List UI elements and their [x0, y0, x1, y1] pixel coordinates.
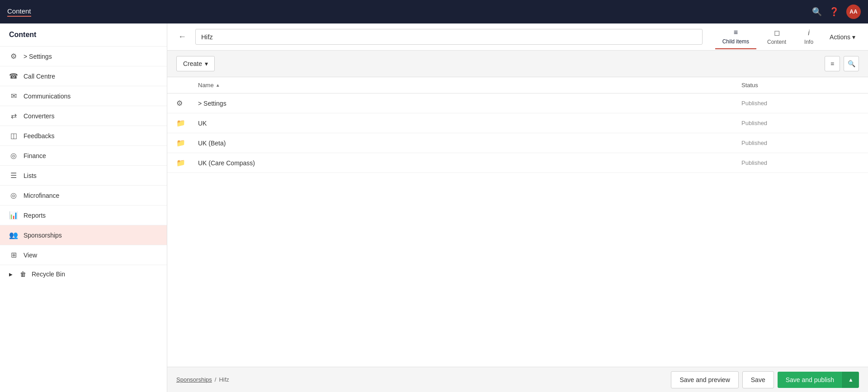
sidebar-item-label: Sponsorships [24, 232, 62, 239]
actions-label: Actions [830, 33, 850, 41]
row-status: Published [741, 120, 832, 126]
content-area: ← ≡ Child items ◻ Content i Info Actions… [167, 23, 868, 392]
row-status: Published [741, 100, 832, 107]
sidebar-item-microfinance[interactable]: ◎ Microfinance [0, 186, 167, 205]
sort-asc-icon: ▲ [216, 83, 220, 88]
sidebar-item-feedbacks[interactable]: ◫ Feedbacks [0, 126, 167, 146]
tab-label: Child items [722, 38, 749, 45]
list-view-icon: ≡ [830, 60, 834, 67]
actions-button[interactable]: Actions ▾ [824, 30, 861, 44]
finance-icon: ◎ [9, 151, 18, 160]
avatar[interactable]: AA [846, 5, 861, 19]
row-folder-icon: 📁 [176, 139, 198, 147]
toolbar: Create ▾ ≡ 🔍 [167, 51, 868, 77]
view-icon: ⊞ [9, 251, 18, 259]
table-row[interactable]: 📁 UK (Beta) Published [167, 133, 868, 153]
sidebar: Content ⚙ > Settings ☎ Call Centre ✉ Com… [0, 23, 167, 392]
search-icon: 🔍 [848, 60, 855, 67]
sidebar-item-reports[interactable]: 📊 Reports [0, 205, 167, 225]
header-actions-col [832, 82, 859, 89]
tab-label: Content [767, 39, 786, 45]
table-header: Name ▲ Status [167, 77, 868, 93]
toolbar-right: ≡ 🔍 [825, 56, 859, 71]
row-name: UK (Care Compass) [198, 159, 741, 167]
sidebar-item-label: Feedbacks [24, 132, 54, 140]
lists-icon: ☰ [9, 171, 18, 180]
save-button[interactable]: Save [742, 371, 774, 388]
child-items-tab-icon: ≡ [734, 28, 738, 37]
recycle-bin-icon: 🗑 [20, 271, 26, 278]
header-icon-col [176, 82, 198, 89]
row-folder-icon: 📁 [176, 119, 198, 127]
sidebar-item-label: Finance [24, 152, 46, 159]
save-preview-button[interactable]: Save and preview [671, 371, 738, 388]
table-area: Name ▲ Status ⚙ > Settings Published 📁 U… [167, 77, 868, 367]
table-row[interactable]: 📁 UK Published [167, 113, 868, 133]
sidebar-item-communications[interactable]: ✉ Communications [0, 86, 167, 106]
sidebar-item-label: Call Centre [24, 73, 55, 80]
create-button[interactable]: Create ▾ [176, 56, 215, 71]
header-name-col[interactable]: Name ▲ [198, 82, 741, 89]
create-label: Create [183, 60, 202, 67]
settings-icon: ⚙ [9, 52, 18, 61]
sidebar-item-converters[interactable]: ⇄ Converters [0, 106, 167, 126]
title-input[interactable] [195, 29, 703, 45]
expand-arrow-icon: ▶ [9, 272, 13, 277]
sidebar-item-label: > Settings [24, 53, 52, 60]
info-tab-icon: i [808, 29, 810, 37]
header-status-col: Status [741, 82, 832, 89]
create-chevron-icon: ▾ [205, 60, 208, 67]
microfinance-icon: ◎ [9, 191, 18, 200]
table-row[interactable]: ⚙ > Settings Published [167, 93, 868, 113]
row-name: UK [198, 120, 741, 127]
sidebar-item-view[interactable]: ⊞ View [0, 245, 167, 265]
actions-chevron-icon: ▾ [852, 33, 855, 41]
table-row[interactable]: 📁 UK (Care Compass) Published [167, 153, 868, 173]
publish-dropdown-button[interactable]: ▲ [842, 372, 859, 388]
row-name: UK (Beta) [198, 140, 741, 147]
tab-info[interactable]: i Info [797, 25, 821, 49]
back-button[interactable]: ← [175, 30, 190, 43]
list-view-button[interactable]: ≡ [825, 56, 840, 71]
feedbacks-icon: ◫ [9, 131, 18, 140]
sidebar-item-label: Lists [24, 172, 37, 179]
row-name: > Settings [198, 100, 741, 107]
row-status: Published [741, 140, 832, 146]
sidebar-item-label: Communications [24, 93, 71, 100]
tab-label: Info [804, 39, 813, 45]
top-nav-right: 🔍 ❓ AA [812, 5, 861, 19]
sidebar-item-label: Microfinance [24, 192, 59, 199]
sidebar-item-label: Recycle Bin [32, 271, 65, 278]
search-button[interactable]: 🔍 [844, 56, 859, 71]
tab-content[interactable]: ◻ Content [760, 25, 793, 49]
footer-actions: Save and preview Save Save and publish ▲ [671, 371, 859, 388]
call-centre-icon: ☎ [9, 72, 18, 80]
help-icon[interactable]: ❓ [829, 7, 839, 17]
save-publish-button[interactable]: Save and publish [778, 372, 842, 388]
sidebar-item-recycle-bin[interactable]: ▶ 🗑 Recycle Bin [0, 265, 167, 283]
sidebar-item-label: Converters [24, 112, 54, 120]
sidebar-item-call-centre[interactable]: ☎ Call Centre [0, 66, 167, 86]
row-status: Published [741, 159, 832, 166]
sidebar-item-settings[interactable]: ⚙ > Settings [0, 47, 167, 66]
breadcrumb: Sponsorships / Hifz [176, 376, 229, 383]
app-title: Content [7, 7, 31, 17]
search-icon[interactable]: 🔍 [812, 7, 822, 17]
tab-child-items[interactable]: ≡ Child items [715, 25, 756, 49]
sponsorships-icon: 👥 [9, 231, 18, 239]
row-gear-icon: ⚙ [176, 99, 198, 107]
sidebar-item-label: View [24, 252, 37, 259]
breadcrumb-separator: / [215, 376, 217, 383]
communications-icon: ✉ [9, 92, 18, 100]
converters-icon: ⇄ [9, 112, 18, 120]
publish-chevron-icon: ▲ [848, 377, 854, 383]
reports-icon: 📊 [9, 211, 18, 219]
breadcrumb-parent-link[interactable]: Sponsorships [176, 376, 212, 383]
sidebar-item-finance[interactable]: ◎ Finance [0, 146, 167, 166]
tabs-area: ≡ Child items ◻ Content i Info Actions ▾ [715, 25, 861, 49]
sidebar-item-label: Reports [24, 212, 46, 219]
content-tab-icon: ◻ [774, 28, 780, 37]
sidebar-item-sponsorships[interactable]: 👥 Sponsorships [0, 225, 167, 245]
sidebar-item-lists[interactable]: ☰ Lists [0, 166, 167, 186]
publish-button-group: Save and publish ▲ [778, 372, 859, 388]
